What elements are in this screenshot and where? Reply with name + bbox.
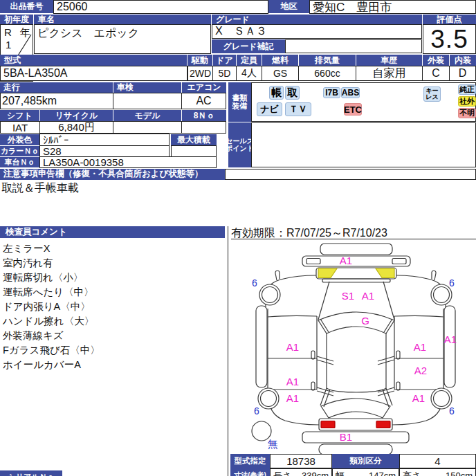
drive-value: 2WD bbox=[187, 66, 213, 81]
displacement-value: 660cc bbox=[298, 66, 356, 81]
model-header: モデル bbox=[113, 110, 181, 121]
aircon-header: エアコン bbox=[182, 82, 226, 93]
damage-code-label: 6 bbox=[449, 277, 455, 289]
class-section-header: 類別区分 bbox=[332, 454, 399, 468]
badge-notebook: 帳 bbox=[269, 86, 284, 100]
chassis-no-value: LA350A-0019358 bbox=[39, 156, 217, 168]
max-load-header: 最大積載 bbox=[171, 134, 217, 145]
no8-value bbox=[181, 121, 226, 134]
width-label: 幅 bbox=[336, 470, 345, 476]
height-value: 150cm bbox=[446, 470, 473, 476]
drive-header: 駆動 bbox=[187, 55, 212, 66]
damage-code-label: 6 bbox=[252, 277, 257, 289]
model-code-value: 5BA-LA350A bbox=[0, 66, 187, 81]
docs-label-line2: 装備 bbox=[232, 102, 248, 111]
doors-header: ドア bbox=[213, 55, 236, 66]
damage-code-label: A1 bbox=[340, 255, 352, 266]
exterior-header: 外装 bbox=[423, 55, 449, 66]
grade-note-label: グレード補記 bbox=[212, 39, 285, 53]
inspector-comment: 室内汚れ有 bbox=[3, 256, 100, 271]
inspection-value bbox=[113, 93, 182, 109]
inspector-comment: ドア内張りA〈中〉 bbox=[3, 300, 100, 314]
shift-header: シフト bbox=[0, 110, 39, 121]
rear-bumper bbox=[302, 432, 409, 443]
inspector-comment: 運転席へたり〈中〉 bbox=[3, 285, 100, 300]
badge-keyless-line2: レス bbox=[425, 94, 438, 100]
front-left-wheel bbox=[259, 284, 280, 305]
grade-value: X ＳＡ３ bbox=[212, 24, 422, 39]
capacity-header: 定員 bbox=[237, 55, 262, 66]
notes-header: 注意事項申告欄（修復・不具合箇所および状態等） bbox=[0, 169, 225, 180]
first-year-year: 1 bbox=[6, 39, 11, 51]
district-value: 愛知C 豊田市 bbox=[309, 0, 476, 14]
damage-code-label: A1 bbox=[444, 333, 457, 345]
badge-genuine: 純正 bbox=[458, 84, 476, 95]
capacity-value: 4人 bbox=[236, 66, 262, 81]
color-no-header: カラーＮｏ bbox=[0, 146, 39, 156]
length-label: 長さ bbox=[273, 470, 291, 476]
section-divider bbox=[228, 226, 228, 476]
sales-label-line2: ポイント bbox=[226, 145, 254, 153]
notes-content: 取説＆手帳車載 bbox=[1, 181, 79, 196]
badge-tv: ＴＶ bbox=[285, 102, 311, 116]
damage-code-label: B1 bbox=[340, 431, 352, 443]
inspector-comment: 外装薄線キズ bbox=[3, 329, 100, 343]
grade-header: グレード bbox=[212, 15, 422, 24]
inspector-comment-header: 検査員コメント bbox=[0, 226, 225, 238]
windshield bbox=[318, 312, 394, 333]
badge-record: 取 bbox=[285, 86, 300, 100]
recycle-value: 6,840円 bbox=[39, 121, 113, 134]
district-label: 地区 bbox=[268, 0, 309, 13]
badge-aftermarket: 社外 bbox=[458, 96, 476, 107]
type-cert-value: 18738 bbox=[270, 454, 332, 468]
max-load-value bbox=[171, 145, 217, 157]
documents-equipment-label: 書類 装備 bbox=[228, 82, 251, 122]
score-value: 3.5 bbox=[423, 24, 476, 54]
inspector-comment: 運転席切れ〈小〉 bbox=[3, 271, 100, 285]
right-mirror bbox=[432, 271, 436, 280]
first-year-era: R bbox=[4, 26, 12, 38]
front-bumper bbox=[302, 256, 410, 266]
damage-code-label: 6 bbox=[449, 405, 455, 416]
history-value: 自家用 bbox=[356, 66, 423, 81]
history-header: 車歴 bbox=[356, 55, 422, 66]
interior-value: D bbox=[449, 66, 476, 81]
damage-code-label: G bbox=[361, 315, 369, 327]
grade-note-value bbox=[285, 39, 422, 53]
docs-label-line1: 書類 bbox=[232, 94, 248, 102]
sales-point-label: セールス ポイント bbox=[228, 122, 251, 167]
car-name-header: 車名 bbox=[34, 15, 211, 24]
type-cert-header: 型式指定 bbox=[230, 454, 270, 468]
width-cell: 幅 147cm bbox=[332, 468, 399, 476]
aircon-value: AC bbox=[181, 93, 226, 109]
rear-left-wheel bbox=[258, 388, 279, 409]
displacement-header: 排気量 bbox=[299, 55, 356, 66]
notes-cell bbox=[225, 169, 476, 180]
ext-color-value: ｼﾙﾊﾞｰ bbox=[39, 134, 170, 146]
chassis-no-header: 車台Ｎｏ bbox=[0, 157, 39, 167]
auction-sheet: 出品番号 25060 地区 愛知C 豊田市 初年度 車名 グレード 評価点 R … bbox=[0, 0, 476, 476]
first-year-year-suffix: 年 bbox=[20, 26, 30, 39]
no8-header: 8Ｎｏ bbox=[182, 110, 226, 121]
damage-code-label: A1 bbox=[286, 341, 299, 353]
inspector-comment: 左ミラーX bbox=[3, 241, 100, 256]
color-no-value: S28 bbox=[39, 145, 170, 157]
score-header: 評価点 bbox=[423, 15, 476, 24]
height-cell: 高さ 150cm bbox=[399, 468, 476, 476]
sales-label-line1: セールス bbox=[226, 138, 254, 145]
inspector-comments-list: 左ミラーX室内汚れ有運転席切れ〈小〉運転席へたり〈中〉ドア内張りA〈中〉ハンドル… bbox=[3, 241, 100, 372]
right-taillight-highlight bbox=[376, 421, 390, 428]
validity-period: 有効期限：R7/07/25～R7/10/23 bbox=[231, 226, 476, 239]
shift-value: IAT bbox=[0, 121, 40, 134]
car-name-value: ピクシス エポック bbox=[34, 24, 211, 54]
left-sill bbox=[256, 306, 267, 387]
damage-code-label: A1 bbox=[412, 392, 425, 404]
exterior-value: C bbox=[422, 66, 450, 81]
sales-point-value bbox=[251, 122, 476, 167]
rear-window bbox=[321, 399, 390, 418]
inspector-comment: Fガラス飛び石〈中〉 bbox=[3, 343, 100, 358]
fuel-value: GS bbox=[262, 66, 299, 81]
inspector-comment: ホイールカバーA bbox=[3, 358, 100, 372]
damage-code-label: A1 bbox=[286, 376, 299, 387]
left-mirror bbox=[275, 271, 280, 280]
